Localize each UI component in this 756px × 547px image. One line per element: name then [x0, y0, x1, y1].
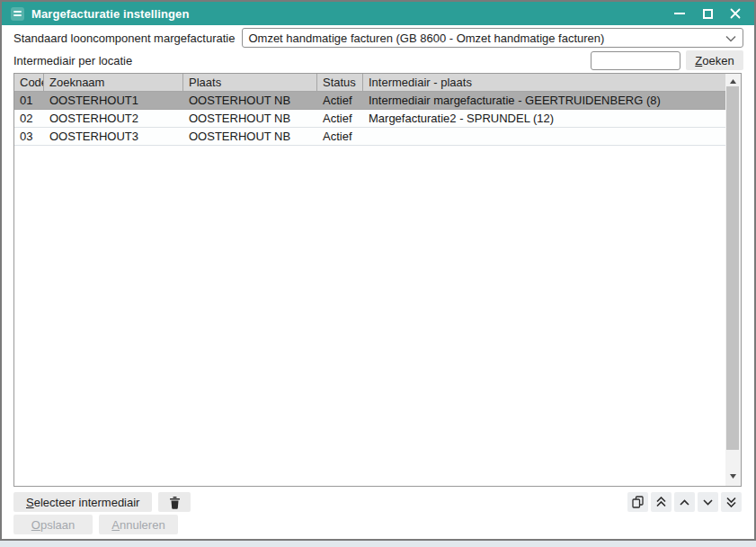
cell-intermediair: Margefacturatie2 - SPRUNDEL (12) — [363, 110, 725, 127]
search-input[interactable] — [591, 51, 680, 70]
trash-icon — [169, 496, 181, 509]
previous-record-icon[interactable] — [674, 492, 695, 512]
table-empty-area — [14, 146, 725, 486]
column-header-plaats[interactable]: Plaats — [183, 74, 317, 91]
column-header-status[interactable]: Status — [317, 74, 363, 91]
cell-plaats: OOSTERHOUT NB — [183, 128, 317, 145]
table-header-row: Code Zoeknaam Plaats Status Intermediair… — [14, 74, 725, 92]
cell-plaats: OOSTERHOUT NB — [183, 110, 317, 127]
annuleren-button[interactable]: Annuleren — [99, 515, 178, 534]
cell-intermediair: Intermediair margefacturatie - GEERTRUID… — [363, 92, 725, 109]
table-row[interactable]: 03 OOSTERHOUT3 OOSTERHOUT NB Actief — [14, 128, 725, 146]
zoeken-button[interactable]: Zoeken — [686, 50, 743, 70]
chevron-down-icon — [725, 35, 736, 42]
record-navigation — [627, 492, 742, 512]
selecteer-intermediair-button[interactable]: Selecteer intermediair — [13, 492, 152, 512]
opslaan-button[interactable]: Opslaan — [13, 515, 93, 534]
looncomponent-dropdown[interactable]: Omzet handmatige facturen (GB 8600 - Omz… — [242, 28, 743, 48]
cell-code: 02 — [14, 110, 44, 127]
looncomponent-dropdown-value: Omzet handmatige facturen (GB 8600 - Omz… — [248, 31, 604, 45]
cell-status: Actief — [317, 110, 363, 127]
form-icon — [11, 7, 24, 21]
table-row[interactable]: 02 OOSTERHOUT2 OOSTERHOUT NB Actief Marg… — [14, 110, 725, 128]
standaard-looncomponent-row: Standaard looncomponent margefacturatie … — [13, 28, 743, 48]
minimize-icon[interactable] — [670, 4, 689, 22]
maximize-icon[interactable] — [698, 4, 717, 22]
column-header-intermediair[interactable]: Intermediair - plaats — [363, 74, 725, 91]
window-title: Margefacturatie instellingen — [31, 7, 189, 21]
cell-intermediair — [363, 128, 725, 145]
cell-zoeknaam: OOSTERHOUT3 — [44, 128, 183, 145]
last-record-icon[interactable] — [721, 492, 742, 512]
copy-record-icon[interactable] — [627, 492, 648, 512]
dialog-buttons: Opslaan Annuleren — [13, 515, 178, 534]
scrollbar-thumb[interactable] — [726, 86, 739, 450]
cell-status: Actief — [317, 92, 363, 109]
grid-action-bar: Selecteer intermediair — [13, 492, 742, 512]
margefacturatie-window: Margefacturatie instellingen Standaard l… — [0, 0, 756, 541]
vertical-scrollbar[interactable] — [725, 74, 741, 486]
delete-button[interactable] — [158, 492, 191, 512]
cell-status: Actief — [317, 128, 363, 145]
screen: Margefacturatie instellingen Standaard l… — [0, 0, 756, 547]
close-icon[interactable] — [725, 4, 745, 22]
title-bar: Margefacturatie instellingen — [2, 2, 754, 25]
cell-plaats: OOSTERHOUT NB — [183, 92, 317, 109]
intermediair-per-locatie-row: Intermediair per locatie Zoeken — [13, 50, 743, 70]
intermediair-table: Code Zoeknaam Plaats Status Intermediair… — [13, 73, 742, 487]
scroll-up-icon[interactable] — [725, 76, 741, 86]
column-header-zoeknaam[interactable]: Zoeknaam — [44, 74, 183, 91]
intermediair-per-locatie-label: Intermediair per locatie — [13, 54, 132, 67]
cell-code: 03 — [14, 128, 44, 145]
standaard-looncomponent-label: Standaard looncomponent margefacturatie — [13, 31, 235, 45]
cell-code: 01 — [14, 92, 44, 109]
table-row[interactable]: 01 OOSTERHOUT1 OOSTERHOUT NB Actief Inte… — [14, 92, 725, 110]
first-record-icon[interactable] — [651, 492, 672, 512]
next-record-icon[interactable] — [698, 492, 718, 512]
column-header-code[interactable]: Code — [14, 74, 44, 91]
cell-zoeknaam: OOSTERHOUT1 — [44, 92, 183, 109]
cell-zoeknaam: OOSTERHOUT2 — [44, 110, 183, 127]
scroll-down-icon[interactable] — [725, 471, 741, 481]
